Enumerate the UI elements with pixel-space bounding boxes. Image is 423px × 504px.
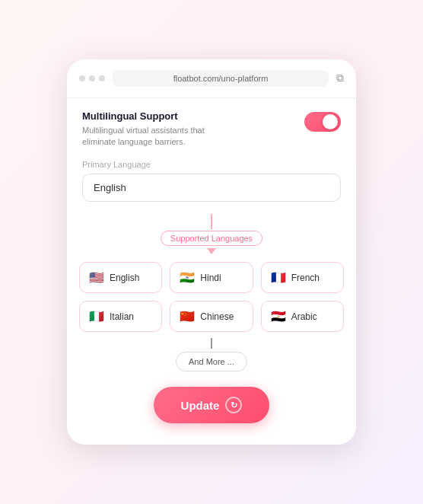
lang-pill-hindi[interactable]: 🇮🇳 Hindi xyxy=(170,262,253,293)
lang-pill-chinese[interactable]: 🇨🇳 Chinese xyxy=(170,301,253,332)
lang-pill-arabic[interactable]: 🇪🇬 Arabic xyxy=(261,301,344,332)
dot-1 xyxy=(79,75,85,81)
label-hindi: Hindi xyxy=(200,273,221,283)
flag-hindi: 🇮🇳 xyxy=(180,270,195,285)
label-english: English xyxy=(110,273,139,283)
and-more-button[interactable]: And More ... xyxy=(176,352,247,372)
flag-arabic: 🇪🇬 xyxy=(271,309,286,324)
tree-section: Supported Languages xyxy=(67,214,356,254)
external-link-icon[interactable]: ⧉ xyxy=(336,72,344,85)
more-section: And More ... xyxy=(67,332,356,375)
top-connector-line xyxy=(211,214,212,229)
support-title: Multilingual Support xyxy=(82,110,234,122)
primary-language-input[interactable]: English xyxy=(82,174,341,202)
card-body: Multilingual Support Multilingual virtua… xyxy=(67,98,356,215)
flag-italian: 🇮🇹 xyxy=(89,309,104,324)
update-label: Update xyxy=(181,399,220,412)
flag-french: 🇫🇷 xyxy=(271,270,286,285)
main-card: floatbot.com/uno-platform ⧉ Multilingual… xyxy=(67,59,356,445)
update-icon: ↻ xyxy=(225,397,242,413)
lang-pill-italian[interactable]: 🇮🇹 Italian xyxy=(79,301,162,332)
support-description: Multilingual virtual assistants that eli… xyxy=(82,125,234,148)
update-button[interactable]: Update ↻ xyxy=(154,387,270,423)
label-arabic: Arabic xyxy=(291,311,317,322)
primary-language-label: Primary Language xyxy=(82,160,341,169)
lang-pill-english[interactable]: 🇺🇸 English xyxy=(79,262,162,293)
flag-chinese: 🇨🇳 xyxy=(180,309,195,324)
support-text: Multilingual Support Multilingual virtua… xyxy=(82,110,234,148)
supported-languages-label: Supported Languages xyxy=(161,231,262,246)
language-grid: 🇺🇸 English 🇮🇳 Hindi 🇫🇷 French 🇮🇹 Italian… xyxy=(67,254,356,332)
multilingual-toggle[interactable] xyxy=(304,112,341,132)
lang-pill-french[interactable]: 🇫🇷 French xyxy=(261,262,344,293)
label-chinese: Chinese xyxy=(200,311,234,322)
support-row: Multilingual Support Multilingual virtua… xyxy=(82,110,341,148)
label-italian: Italian xyxy=(110,311,134,322)
arrow-down-icon xyxy=(207,248,216,254)
update-section: Update ↻ xyxy=(67,375,356,423)
address-bar: floatbot.com/uno-platform xyxy=(113,70,329,87)
dot-3 xyxy=(99,75,105,81)
bottom-connector-line xyxy=(211,338,212,349)
browser-bar: floatbot.com/uno-platform ⧉ xyxy=(67,59,356,98)
flag-english: 🇺🇸 xyxy=(89,270,104,285)
label-french: French xyxy=(291,273,320,283)
browser-dots xyxy=(79,75,105,81)
dot-2 xyxy=(89,75,95,81)
